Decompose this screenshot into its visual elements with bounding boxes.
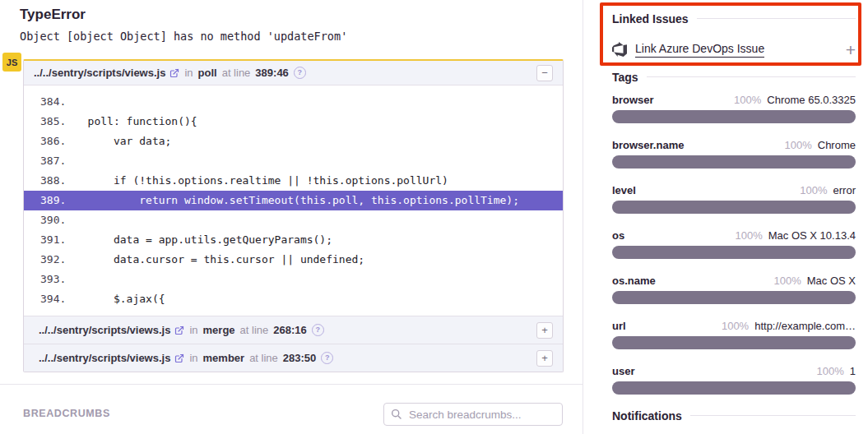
tag-value[interactable]: Chrome xyxy=(818,139,856,151)
code-text: var data; xyxy=(36,132,563,151)
tag-key[interactable]: browser xyxy=(612,94,654,106)
line-number: 386. xyxy=(40,132,66,151)
tag-key[interactable]: os xyxy=(612,229,624,242)
frame-function: member xyxy=(203,352,245,364)
tag-distribution-bar[interactable] xyxy=(612,201,856,214)
code-text: poll: function(){ xyxy=(36,112,563,132)
tag-percent: 100% xyxy=(774,275,801,287)
tag-key[interactable]: url xyxy=(612,320,626,332)
section-divider xyxy=(0,384,583,385)
line-number: 390. xyxy=(40,210,66,230)
code-line: 394. $.ajax({ xyxy=(24,289,563,309)
error-message: Object [object Object] has no method 'up… xyxy=(20,30,347,43)
line-number: 393. xyxy=(40,270,66,289)
tag-key[interactable]: user xyxy=(612,365,634,377)
at-line-label: at line xyxy=(222,67,251,79)
tag-value[interactable]: Mac OS X 10.13.4 xyxy=(768,229,856,242)
tag-row: url100%http://example.com… xyxy=(612,320,856,349)
tags-heading: Tags xyxy=(612,70,856,84)
frame-line-number: 389:46 xyxy=(255,67,288,79)
tag-row: user100%1 xyxy=(612,365,856,395)
page-title: TypeError xyxy=(20,7,86,23)
tag-value[interactable]: Mac OS X xyxy=(807,275,856,287)
in-label: in xyxy=(189,352,197,364)
code-line: 387. xyxy=(24,151,563,171)
tag-percent: 100% xyxy=(817,365,844,377)
search-icon xyxy=(391,409,402,420)
add-linked-issue-icon[interactable]: + xyxy=(846,41,856,58)
tag-key[interactable]: os.name xyxy=(612,275,656,287)
tag-distribution-bar[interactable] xyxy=(612,155,856,169)
tag-percent: 100% xyxy=(736,229,763,242)
code-line: 384. xyxy=(24,92,563,112)
line-number: 387. xyxy=(40,151,66,171)
frame-line-number: 268:16 xyxy=(273,324,306,336)
stack-frame-member[interactable]: ../../sentry/scripts/views.js in member … xyxy=(24,344,563,372)
breadcrumbs-heading: BREADCRUMBS xyxy=(23,408,110,419)
breadcrumbs-search[interactable] xyxy=(383,403,563,426)
tag-label-row: url100%http://example.com… xyxy=(612,320,856,333)
frame-file-path[interactable]: ../../sentry/scripts/views.js xyxy=(34,67,165,79)
external-link-icon[interactable] xyxy=(174,326,184,335)
tag-key[interactable]: level xyxy=(612,184,636,196)
line-number: 388. xyxy=(40,171,66,191)
frame-function: merge xyxy=(203,324,235,336)
tag-value[interactable]: error xyxy=(833,184,856,196)
line-number: 384. xyxy=(40,92,66,112)
tag-value[interactable]: http://example.com… xyxy=(754,320,856,332)
help-icon[interactable]: ? xyxy=(294,67,306,79)
stack-frame-poll[interactable]: ../../sentry/scripts/views.js in poll at… xyxy=(24,61,563,85)
stack-frame-merge[interactable]: ../../sentry/scripts/views.js in merge a… xyxy=(24,316,563,344)
line-number: 394. xyxy=(40,289,66,309)
code-line: 385. poll: function(){ xyxy=(24,112,563,132)
code-line: 391. data = app.utils.getQueryParams(); xyxy=(24,230,563,250)
expand-frame-button[interactable]: + xyxy=(536,350,553,367)
help-icon[interactable]: ? xyxy=(321,352,333,364)
notifications-heading: Notifications xyxy=(612,409,856,422)
tag-distribution-bar[interactable] xyxy=(612,110,856,123)
code-line: 392. data.cursor = this.cursor || undefi… xyxy=(24,250,563,270)
code-text: $.ajax({ xyxy=(36,289,563,309)
expand-frame-button[interactable]: + xyxy=(536,322,553,339)
tag-distribution-bar[interactable] xyxy=(612,291,856,304)
line-number: 389. xyxy=(40,191,66,210)
link-azure-devops-issue-link[interactable]: Link Azure DevOps Issue xyxy=(635,42,764,58)
tag-label-row: user100%1 xyxy=(612,365,856,378)
external-link-icon[interactable] xyxy=(169,68,179,78)
tag-distribution-bar[interactable] xyxy=(612,381,856,395)
tag-value[interactable]: 1 xyxy=(850,365,856,377)
tag-percent: 100% xyxy=(800,184,827,196)
code-text: data = app.utils.getQueryParams(); xyxy=(36,230,563,250)
tag-label-row: os100%Mac OS X 10.13.4 xyxy=(612,229,856,242)
code-text: return window.setTimeout(this.poll, this… xyxy=(36,191,563,210)
tag-label-row: browser.name100%Chrome xyxy=(612,139,856,152)
line-number: 385. xyxy=(40,112,66,132)
line-number: 392. xyxy=(40,250,66,270)
tag-row: browser.name100%Chrome xyxy=(612,139,856,169)
code-context: 384.385. poll: function(){386. var data;… xyxy=(24,85,563,316)
tag-distribution-bar[interactable] xyxy=(612,246,856,259)
line-number: 391. xyxy=(40,230,66,250)
code-line: 389. return window.setTimeout(this.poll,… xyxy=(24,191,563,210)
tag-label-row: level100%error xyxy=(612,184,856,197)
code-line: 386. var data; xyxy=(24,132,563,151)
code-line: 388. if (!this.options.realtime || !this… xyxy=(24,171,563,191)
tag-value[interactable]: Chrome 65.0.3325 xyxy=(767,94,856,106)
external-link-icon[interactable] xyxy=(174,353,184,363)
frame-file-path[interactable]: ../../sentry/scripts/views.js xyxy=(39,324,170,336)
in-label: in xyxy=(184,67,193,79)
tag-label-row: os.name100%Mac OS X xyxy=(612,275,856,288)
tag-percent: 100% xyxy=(722,320,749,332)
search-input[interactable] xyxy=(407,408,555,422)
stack-trace-panel: ../../sentry/scripts/views.js in poll at… xyxy=(23,59,564,372)
in-label: in xyxy=(189,324,197,336)
frame-file-path[interactable]: ../../sentry/scripts/views.js xyxy=(39,352,170,364)
tag-key[interactable]: browser.name xyxy=(612,139,684,151)
platform-js-badge: JS xyxy=(2,53,21,72)
tag-row: level100%error xyxy=(612,184,856,214)
tag-row: os.name100%Mac OS X xyxy=(612,275,856,304)
help-icon[interactable]: ? xyxy=(312,324,324,336)
frame-line-number: 283:50 xyxy=(283,352,316,364)
tag-distribution-bar[interactable] xyxy=(612,336,856,349)
collapse-frame-button[interactable]: − xyxy=(536,65,553,81)
